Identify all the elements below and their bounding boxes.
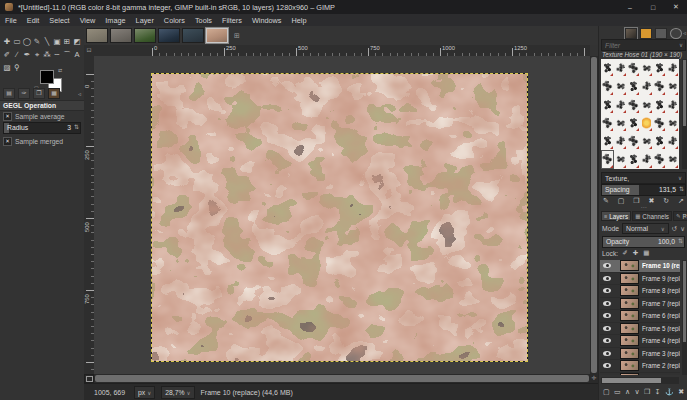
menu-item[interactable]: Colors <box>159 16 190 25</box>
brush-thumbnail[interactable] <box>666 114 679 132</box>
visibility-eye-icon[interactable] <box>603 363 611 368</box>
layer-list-scrollbar[interactable] <box>682 260 687 375</box>
visibility-eye-icon[interactable] <box>603 326 611 331</box>
layer-row[interactable]: Frame 5 (repla <box>600 323 680 336</box>
brush-thumbnail[interactable] <box>601 59 614 77</box>
tool-options-tab-icon[interactable]: ▤ <box>3 88 15 99</box>
foreground-color-swatch[interactable] <box>40 70 54 84</box>
unified-transform-tool-icon[interactable]: ⊞ <box>62 37 72 46</box>
brush-thumbnail[interactable] <box>640 59 653 77</box>
brush-thumbnail[interactable] <box>666 96 679 114</box>
brush-grid-scrollbar[interactable] <box>682 59 687 169</box>
visibility-eye-icon[interactable] <box>603 263 611 268</box>
merge-down-button[interactable]: ↧ <box>655 387 661 397</box>
patterns-tab-icon[interactable] <box>640 28 652 39</box>
brush-thumbnail[interactable] <box>653 150 666 168</box>
image-tab[interactable] <box>134 28 156 43</box>
gradient-tool-icon[interactable]: ◩ <box>72 37 82 46</box>
quick-mask-toggle[interactable] <box>84 374 94 383</box>
visibility-eye-icon[interactable] <box>603 338 611 343</box>
brush-thumbnail[interactable] <box>640 114 653 132</box>
canvas-horizontal-scrollbar[interactable] <box>94 374 590 383</box>
windows-tab-icon[interactable]: ❐ <box>33 88 45 99</box>
image-tab[interactable] <box>86 28 108 43</box>
duplicate-layer-button[interactable]: ❐ <box>644 387 650 397</box>
tab-layers[interactable]: ≡ Layers <box>601 211 631 221</box>
lock-position-icon[interactable]: ✚ <box>633 249 638 257</box>
text-tool-icon[interactable]: A <box>72 50 82 59</box>
title-bar[interactable]: *[Untitled]-11.0 (RGB color 8-bit gamma … <box>0 0 687 14</box>
visibility-eye-icon[interactable] <box>603 288 611 293</box>
layer-row[interactable]: Frame 9 (repla <box>600 273 680 286</box>
dock-menu-icon[interactable]: ◃ <box>683 212 686 219</box>
device-status-tab-icon[interactable]: ✑ <box>18 88 30 99</box>
brush-thumbnail[interactable] <box>614 59 627 77</box>
lock-alpha-icon[interactable]: ▦ <box>643 249 649 257</box>
layer-row[interactable]: Frame 3 (repla <box>600 348 680 361</box>
menu-item[interactable]: Image <box>100 16 130 25</box>
crop-tool-icon[interactable]: ▣ <box>52 37 62 46</box>
brush-thumbnail[interactable] <box>601 132 614 150</box>
menu-item[interactable]: Filters <box>217 16 247 25</box>
lock-pixels-icon[interactable]: ✐ <box>622 249 627 257</box>
layer-row[interactable]: Frame 10 (rep <box>600 260 680 273</box>
chevron-down-icon[interactable]: ∨ <box>679 42 685 48</box>
mode-options-icon[interactable]: ∨ <box>680 225 685 233</box>
swap-colors-icon[interactable]: ⇄ <box>58 68 62 73</box>
spacing-slider[interactable]: Spacing 131,5 ⇅ <box>601 184 686 196</box>
document-history-tab-icon[interactable] <box>670 28 682 39</box>
anchor-layer-button[interactable]: ⚓ <box>665 387 674 397</box>
zoom-tool-icon[interactable]: ⚲ <box>12 63 22 72</box>
free-select-tool-icon[interactable]: ◯ <box>22 37 32 46</box>
brush-thumbnail[interactable] <box>627 59 640 77</box>
layer-row[interactable]: Frame 7 (repla <box>600 298 680 311</box>
layer-list-horizontal-scrollbar[interactable] <box>601 377 679 384</box>
brush-tag-select[interactable]: Texture, ∨ <box>601 172 686 184</box>
airbrush-tool-icon[interactable]: ⁂ <box>42 50 52 59</box>
minimize-icon[interactable]: – <box>625 4 635 11</box>
new-layer-button[interactable]: ▢ <box>603 387 610 397</box>
menu-item[interactable]: View <box>75 16 101 25</box>
brush-thumbnail[interactable] <box>653 59 666 77</box>
menu-item[interactable]: Help <box>286 16 311 25</box>
brush-thumbnail[interactable] <box>666 77 679 95</box>
brush-thumbnail[interactable] <box>614 132 627 150</box>
visibility-eye-icon[interactable] <box>603 301 611 306</box>
new-group-button[interactable]: ▭ <box>614 387 621 397</box>
brush-thumbnail[interactable] <box>627 114 640 132</box>
brush-thumbnail[interactable] <box>653 77 666 95</box>
tab-channels[interactable]: ▦ Channels <box>632 211 672 221</box>
brush-thumbnail[interactable] <box>666 132 679 150</box>
brush-thumbnail[interactable] <box>614 150 627 168</box>
mode-reset-icon[interactable]: ↺ <box>672 225 677 233</box>
brush-thumbnail[interactable] <box>601 114 614 132</box>
dock-menu-icon[interactable]: ◃ <box>683 29 686 36</box>
dock-menu-icon[interactable]: ◃ <box>78 90 81 97</box>
radius-slider[interactable]: Radius 3 ⇅ <box>3 122 81 134</box>
rectangle-select-tool-icon[interactable]: ▭ <box>12 37 22 46</box>
layer-row[interactable]: Frame 8 (repla <box>600 285 680 298</box>
menu-item[interactable]: Select <box>44 16 74 25</box>
mode-select[interactable]: Normal ∨ <box>622 223 669 234</box>
navigation-button[interactable]: ✛ <box>590 374 598 383</box>
brush-thumbnail[interactable] <box>653 114 666 132</box>
brush-thumbnail[interactable] <box>640 77 653 95</box>
paintbrush-tool-icon[interactable]: ✐ <box>2 50 12 59</box>
visibility-eye-icon[interactable] <box>603 276 611 281</box>
brush-thumbnail[interactable] <box>614 96 627 114</box>
canvas-vertical-scrollbar[interactable] <box>590 56 598 374</box>
delete-layer-button[interactable]: ✖ <box>678 387 684 397</box>
gegl-operation-tab-icon[interactable]: ▦ <box>48 88 60 99</box>
brush-thumbnail[interactable] <box>653 132 666 150</box>
unit-select[interactable]: px∨ <box>134 386 155 399</box>
brush-thumbnail[interactable] <box>666 59 679 77</box>
visibility-eye-icon[interactable] <box>603 351 611 356</box>
image-tab[interactable] <box>158 28 180 43</box>
brush-thumbnail[interactable] <box>653 96 666 114</box>
menu-item[interactable]: Windows <box>247 16 287 25</box>
measure-tool-icon[interactable]: ╲ <box>42 37 52 46</box>
layer-row[interactable]: Frame 2 (repla <box>600 360 680 373</box>
pencil-tool-icon[interactable]: ∕ <box>12 50 22 59</box>
image-tabs-menu-icon[interactable]: ⊞ <box>234 32 240 40</box>
brush-thumbnail[interactable] <box>614 77 627 95</box>
